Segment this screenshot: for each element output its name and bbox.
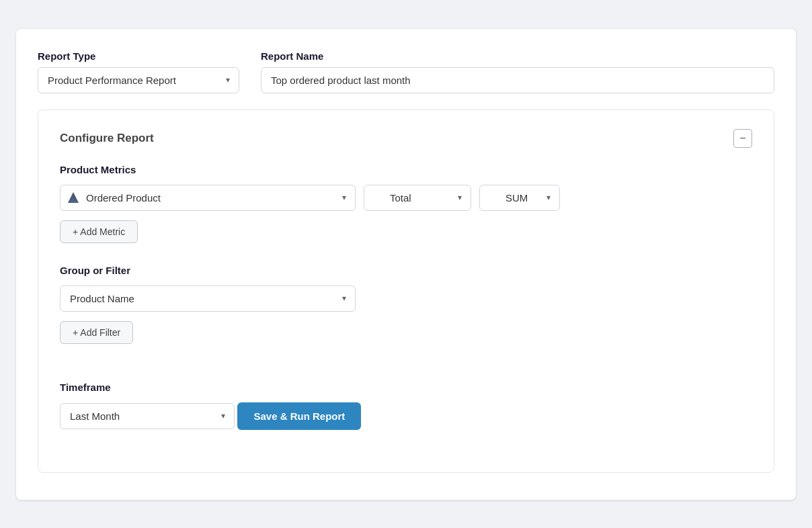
ordered-product-select[interactable]: Ordered Product Shipped Product Returned… bbox=[60, 185, 356, 211]
report-type-group: Report Type Product Performance Report S… bbox=[38, 50, 239, 93]
metrics-row: Ordered Product Shipped Product Returned… bbox=[60, 185, 752, 211]
report-type-select[interactable]: Product Performance Report Sales Summary… bbox=[38, 67, 239, 93]
sum-select[interactable]: SUM AVG MAX MIN bbox=[479, 185, 560, 211]
ordered-product-select-wrapper: Ordered Product Shipped Product Returned… bbox=[60, 185, 356, 211]
add-metric-button[interactable]: + Add Metric bbox=[60, 220, 138, 243]
top-section: Report Type Product Performance Report S… bbox=[38, 50, 774, 93]
report-name-group: Report Name bbox=[261, 50, 774, 93]
timeframe-select[interactable]: Last Month Last 7 Days Last 30 Days Last… bbox=[60, 403, 235, 429]
group-filter-label: Group or Filter bbox=[60, 265, 752, 276]
configure-header: Configure Report − bbox=[60, 129, 752, 148]
configure-card: Configure Report − Product Metrics bbox=[38, 109, 774, 473]
report-type-label: Report Type bbox=[38, 50, 239, 62]
filter-select[interactable]: Product Name Category Brand SKU bbox=[60, 285, 356, 312]
report-name-input[interactable] bbox=[261, 67, 774, 93]
page-container: Report Type Product Performance Report S… bbox=[16, 29, 796, 500]
timeframe-label: Timeframe bbox=[60, 382, 752, 393]
report-type-select-wrapper: Product Performance Report Sales Summary… bbox=[38, 67, 239, 93]
sum-select-wrapper: SUM AVG MAX MIN ▾ bbox=[479, 185, 560, 211]
add-filter-label: + Add Filter bbox=[73, 327, 120, 338]
product-metrics-label: Product Metrics bbox=[60, 164, 752, 175]
total-select[interactable]: Total Average Count bbox=[364, 185, 471, 211]
save-run-label: Save & Run Report bbox=[253, 410, 345, 422]
product-metrics-section: Product Metrics Ordered Product Shipped … bbox=[60, 164, 752, 262]
timeframe-select-wrapper: Last Month Last 7 Days Last 30 Days Last… bbox=[60, 403, 235, 429]
collapse-button[interactable]: − bbox=[733, 129, 752, 148]
save-run-button[interactable]: Save & Run Report bbox=[237, 402, 361, 430]
collapse-icon: − bbox=[739, 133, 745, 144]
total-select-wrapper: Total Average Count ▾ bbox=[364, 185, 471, 211]
add-filter-button[interactable]: + Add Filter bbox=[60, 321, 133, 344]
configure-title: Configure Report bbox=[60, 132, 154, 145]
filter-select-wrapper: Product Name Category Brand SKU ▾ bbox=[60, 285, 356, 312]
group-filter-section: Group or Filter Product Name Category Br… bbox=[60, 265, 752, 363]
timeframe-section: Timeframe Last Month Last 7 Days Last 30… bbox=[60, 382, 752, 448]
add-metric-label: + Add Metric bbox=[73, 226, 125, 237]
report-name-label: Report Name bbox=[261, 50, 774, 62]
